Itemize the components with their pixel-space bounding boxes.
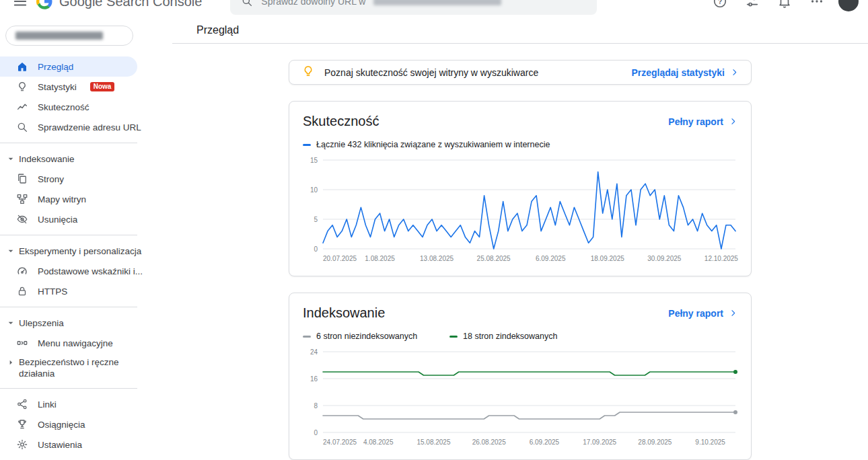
- topbar: Google Search Console Sprawdź dowolny UR…: [0, 0, 868, 17]
- sidebar-item-label: Osiągnięcia: [38, 420, 85, 430]
- sidebar-section-label: Indeksowanie: [19, 154, 75, 164]
- legend-item-not-indexed: 6 stron niezindeksowanych: [303, 332, 417, 341]
- performance-card: Skuteczność Pełny raport Łącznie 432 kli…: [289, 101, 752, 276]
- svg-text:0: 0: [314, 245, 318, 253]
- sidebar-item-linki[interactable]: Linki: [0, 394, 137, 414]
- sidebar-item-label: Mapy witryn: [38, 194, 86, 204]
- url-inspection-searchbox[interactable]: Sprawdź dowolny URL w: [230, 0, 597, 15]
- sidebar: Przegląd Statystyki Nowa Skuteczność Spr…: [0, 17, 172, 460]
- notifications-icon[interactable]: [774, 0, 795, 12]
- legend-swatch: [303, 336, 311, 338]
- sidebar-item-mapy-witryn[interactable]: Mapy witryn: [0, 189, 137, 209]
- app-logo: Google Search Console: [36, 0, 202, 9]
- legend-item-indexed: 18 stron zindeksowanych: [449, 332, 557, 341]
- legend-swatch: [303, 144, 311, 146]
- indexing-full-report-link[interactable]: Pełny raport: [668, 308, 737, 319]
- property-selector[interactable]: [5, 26, 133, 46]
- sidebar-item-ustawienia[interactable]: Ustawienia: [0, 434, 137, 455]
- eye-off-icon: [16, 213, 28, 225]
- sidebar-section-bezpieczenstwo[interactable]: Bezpieczeństwo i ręczne działania: [0, 353, 172, 383]
- view-insights-link[interactable]: Przeglądaj statystyki: [631, 67, 739, 78]
- sidebar-item-label: HTTPS: [38, 286, 67, 297]
- sidebar-item-menu-nawigacyjne[interactable]: Menu nawigacyjne: [0, 333, 137, 353]
- sidebar-item-przeglad[interactable]: Przegląd: [0, 56, 137, 77]
- performance-chart-icon: [16, 101, 28, 113]
- svg-text:6.09.2025: 6.09.2025: [530, 438, 560, 446]
- menu-icon[interactable]: [9, 0, 31, 12]
- page-header: Przegląd: [172, 17, 868, 44]
- sidebar-item-osiagniecia[interactable]: Osiągnięcia: [0, 414, 137, 434]
- svg-text:24.07.2025: 24.07.2025: [323, 438, 357, 446]
- gauge-icon: [16, 265, 28, 277]
- performance-card-title: Skuteczność: [303, 114, 379, 129]
- sidebar-section-ulepszenia[interactable]: Ulepszenia: [0, 313, 172, 333]
- sidebar-item-label: Sprawdzenie adresu URL: [38, 122, 141, 132]
- tune-icon[interactable]: [742, 0, 763, 12]
- sidebar-item-https[interactable]: HTTPS: [0, 281, 137, 301]
- svg-text:13.08.2025: 13.08.2025: [420, 255, 454, 262]
- chevron-down-icon: [5, 153, 16, 164]
- chevron-right-icon: [5, 357, 16, 368]
- sidebar-divider: [0, 307, 137, 307]
- sidebar-item-label: Usunięcia: [38, 215, 77, 225]
- sidebar-item-label: Menu nawigacyjne: [38, 338, 113, 348]
- svg-text:9.10.2025: 9.10.2025: [695, 438, 725, 446]
- legend-swatch: [449, 336, 458, 338]
- sidebar-item-usuniecia[interactable]: Usunięcia: [0, 209, 137, 229]
- legend-item-clicks: Łącznie 432 kliknięcia związane z wyszuk…: [303, 140, 550, 149]
- home-icon: [16, 61, 28, 73]
- sidebar-item-sprawdzenie-url[interactable]: Sprawdzenie adresu URL: [0, 117, 137, 137]
- chevron-right-icon: [729, 309, 737, 317]
- chevron-right-icon: [729, 117, 737, 126]
- search-icon: [241, 0, 253, 7]
- new-badge: Nowa: [90, 82, 115, 91]
- sidebar-item-label: Podstawowe wskaźniki i...: [38, 266, 143, 276]
- indexing-card: Indeksowanie Pełny raport 6 stron niezin…: [289, 293, 752, 460]
- google-logo-icon: [36, 0, 52, 9]
- svg-text:1.08.2025: 1.08.2025: [365, 255, 395, 262]
- svg-text:5: 5: [314, 216, 318, 223]
- indexing-chart: 08162424.07.20254.08.202515.08.202526.08…: [303, 348, 737, 453]
- sidebar-item-statystyki[interactable]: Statystyki Nowa: [0, 77, 137, 97]
- sidebar-section-indeksowanie[interactable]: Indeksowanie: [0, 149, 172, 169]
- performance-full-report-link[interactable]: Pełny raport: [668, 116, 737, 127]
- svg-text:20.07.2025: 20.07.2025: [323, 255, 357, 262]
- sidebar-section-eksperymenty[interactable]: Eksperymenty i personalizacja: [0, 241, 172, 261]
- svg-text:24: 24: [310, 348, 318, 356]
- svg-text:8: 8: [314, 402, 318, 410]
- breadcrumbs-icon: [16, 337, 28, 349]
- svg-text:10: 10: [310, 186, 318, 194]
- app-title: Google Search Console: [59, 0, 202, 9]
- avatar[interactable]: [838, 0, 859, 11]
- sidebar-item-label: Przegląd: [38, 62, 73, 72]
- chevron-down-icon: [5, 245, 16, 256]
- svg-text:12.10.2025: 12.10.2025: [704, 255, 738, 262]
- svg-text:6.09.2025: 6.09.2025: [536, 255, 566, 262]
- sidebar-item-label: Linki: [38, 399, 57, 410]
- svg-text:?: ?: [718, 0, 722, 5]
- sidebar-item-strony[interactable]: Strony: [0, 169, 137, 189]
- help-icon[interactable]: ?: [709, 0, 731, 12]
- sidebar-divider: [0, 388, 137, 389]
- sidebar-item-podstawowe-wskazniki[interactable]: Podstawowe wskaźniki i...: [0, 261, 137, 281]
- more-icon[interactable]: [806, 0, 828, 12]
- svg-text:28.09.2025: 28.09.2025: [638, 438, 672, 446]
- lock-icon: [16, 285, 28, 297]
- sidebar-item-label: Skuteczność: [38, 102, 89, 112]
- sitemap-icon: [16, 193, 28, 205]
- sidebar-item-skutecznosc[interactable]: Skuteczność: [0, 97, 137, 117]
- svg-text:30.09.2025: 30.09.2025: [647, 255, 681, 262]
- indexing-card-title: Indeksowanie: [303, 305, 385, 321]
- insights-icon: [16, 81, 28, 93]
- lightbulb-icon: [301, 65, 315, 81]
- redacted-url: [373, 0, 501, 5]
- sidebar-item-label: Strony: [38, 174, 64, 184]
- gear-icon: [16, 438, 28, 451]
- banner-text: Poznaj skuteczność swojej witryny w wysz…: [324, 67, 622, 78]
- performance-legend: Łącznie 432 kliknięcia związane z wyszuk…: [303, 140, 737, 149]
- sidebar-section-label: Eksperymenty i personalizacja: [19, 246, 141, 256]
- pages-icon: [16, 173, 28, 185]
- links-icon: [16, 398, 28, 410]
- sidebar-divider: [0, 143, 137, 143]
- search-icon: [16, 121, 28, 133]
